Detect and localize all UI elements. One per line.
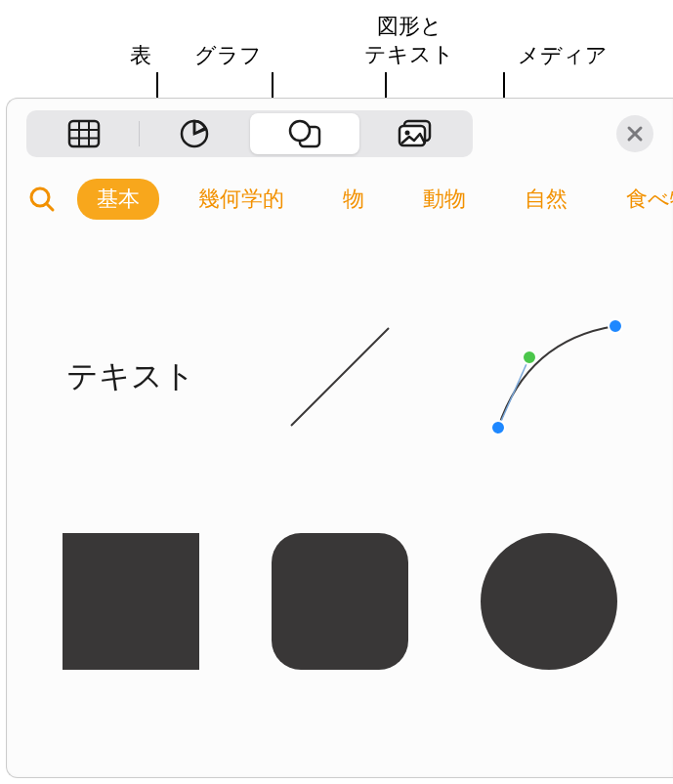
- category-food[interactable]: 食べ物: [607, 179, 673, 220]
- table-icon: [67, 119, 101, 148]
- toolbar-row: [7, 99, 673, 167]
- callout-labels: 表 グラフ 図形と テキスト メディア: [0, 0, 673, 103]
- chart-tab[interactable]: [140, 113, 249, 154]
- curve-with-handles-icon: [471, 299, 627, 455]
- category-animals[interactable]: 動物: [403, 179, 485, 220]
- svg-line-16: [47, 204, 53, 210]
- shape-line[interactable]: [262, 299, 418, 455]
- shape-square[interactable]: [53, 523, 209, 680]
- svg-line-17: [291, 328, 389, 426]
- rounded-square-icon: [272, 533, 408, 670]
- category-geometric[interactable]: 幾何学的: [179, 179, 304, 220]
- insert-segmented-control: [26, 110, 473, 157]
- category-basic[interactable]: 基本: [77, 179, 159, 220]
- callout-shapes-text: 図形と テキスト: [364, 13, 454, 68]
- insert-panel: 基本 幾何学的 物 動物 自然 食べ物 テキスト: [6, 98, 673, 778]
- circle-icon: [481, 533, 617, 670]
- callout-chart: グラフ: [194, 42, 262, 70]
- svg-line-18: [498, 357, 529, 428]
- shapes-grid: テキスト: [7, 235, 673, 743]
- media-icon: [397, 118, 434, 149]
- category-nature[interactable]: 自然: [505, 179, 587, 220]
- svg-rect-0: [69, 121, 99, 146]
- shape-text[interactable]: テキスト: [53, 299, 209, 455]
- callout-media: メディア: [518, 42, 608, 70]
- shapes-tab[interactable]: [250, 113, 359, 154]
- shape-rounded-square[interactable]: [262, 523, 418, 680]
- svg-point-21: [609, 319, 622, 333]
- close-icon: [626, 125, 644, 143]
- category-objects[interactable]: 物: [323, 179, 384, 220]
- svg-point-20: [523, 351, 536, 364]
- media-tab[interactable]: [360, 113, 470, 154]
- line-icon: [272, 309, 408, 445]
- shape-curve[interactable]: [471, 299, 627, 455]
- pie-chart-icon: [179, 118, 210, 149]
- search-button[interactable]: [26, 184, 58, 215]
- svg-point-9: [290, 121, 310, 141]
- close-button[interactable]: [616, 115, 653, 152]
- search-icon: [28, 186, 56, 213]
- shape-circle[interactable]: [471, 523, 627, 680]
- callout-table: 表: [130, 42, 151, 70]
- text-shape-label: テキスト: [66, 355, 195, 398]
- table-tab[interactable]: [29, 113, 139, 154]
- svg-point-19: [491, 421, 505, 434]
- svg-point-12: [405, 131, 410, 136]
- square-icon: [63, 533, 199, 670]
- shapes-icon: [287, 118, 322, 149]
- category-row[interactable]: 基本 幾何学的 物 動物 自然 食べ物: [7, 167, 673, 235]
